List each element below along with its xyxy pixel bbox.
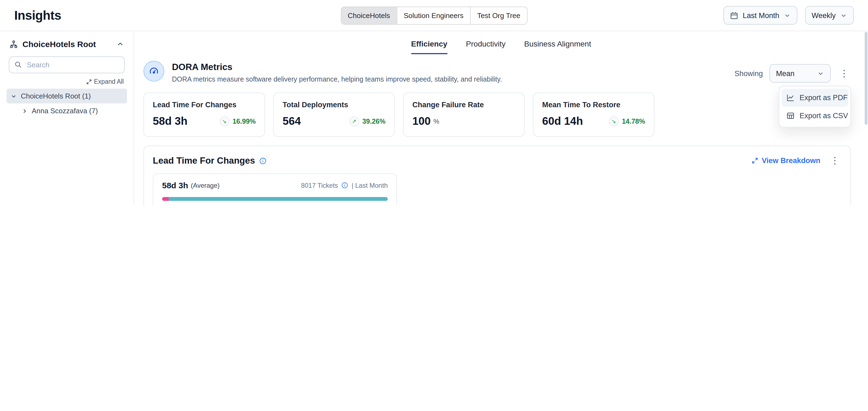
summary-card: 58d 3h (Average) 8017 Tickets | Last Mon… [153, 173, 397, 205]
sidebar-title: ChoiceHotels Root [23, 39, 112, 49]
card-label: Lead Time For Changes [153, 101, 256, 109]
dora-header: DORA Metrics DORA metrics measure softwa… [144, 61, 851, 83]
trend-down-icon: ↘ [219, 116, 229, 126]
table-icon [786, 112, 795, 120]
line-chart-icon [786, 94, 795, 102]
panel-title: Lead Time For Changes [153, 156, 255, 166]
info-icon[interactable] [341, 182, 348, 189]
dora-subtitle: DORA metrics measure software delivery p… [172, 75, 502, 83]
card-delta: ↘ 16.99% [219, 116, 256, 126]
card-unit: % [433, 117, 439, 125]
menu-item-export-pdf[interactable]: Export as PDF [781, 89, 848, 107]
view-breakdown-label: View Breakdown [762, 157, 820, 165]
aggregation-select[interactable]: Mean [769, 64, 831, 83]
view-breakdown-link[interactable]: View Breakdown [751, 157, 820, 165]
delta-percent: 39.26% [362, 117, 385, 125]
summary-meta: 8017 Tickets | Last Month [301, 181, 388, 189]
chevron-down-icon [840, 12, 847, 19]
tab-business-alignment[interactable]: Business Alignment [524, 39, 591, 54]
org-tab-test-org-tree[interactable]: Test Org Tree [470, 7, 527, 24]
dora-metrics-section: DORA Metrics DORA metrics measure softwa… [144, 61, 851, 137]
expand-all-button[interactable]: Expand All [10, 78, 124, 85]
sidebar-search [9, 56, 125, 73]
tree-item-label: ChoiceHotels Root (1) [21, 92, 91, 100]
card-value: 564 [283, 115, 301, 128]
phase-progress-bar [162, 197, 388, 201]
org-tab-solution-engineers[interactable]: Solution Engineers [397, 7, 470, 24]
aggregation-value: Mean [776, 69, 795, 77]
tab-productivity[interactable]: Productivity [466, 39, 506, 54]
panel-header: Lead Time For Changes View Breakdown ⋮ [153, 155, 842, 166]
trend-down-icon: ↘ [609, 116, 619, 126]
tree-item-anna-scozzafava[interactable]: Anna Scozzafava (7) [18, 103, 127, 118]
app-window: Insights ChoiceHotels Solution Engineers… [0, 0, 868, 205]
dora-kebab-menu-button[interactable]: ⋮ [837, 68, 851, 79]
card-change-failure-rate: Change Failure Rate 100 % [403, 93, 525, 137]
card-label: Change Failure Rate [412, 101, 515, 109]
metric-cards: Lead Time For Changes 58d 3h ↘ 16.99% To… [144, 93, 851, 137]
card-label: Total Deployments [283, 101, 385, 109]
main-content: Efficiency Productivity Business Alignme… [134, 31, 868, 205]
expand-arrows-icon [86, 78, 92, 84]
menu-item-export-csv[interactable]: Export as CSV [781, 107, 848, 125]
chevron-down-icon[interactable] [10, 93, 17, 99]
trend-up-icon: ↗ [349, 116, 359, 126]
sidebar-header: ChoiceHotels Root [7, 39, 127, 49]
dora-title: DORA Metrics [172, 62, 502, 72]
main-layout: ChoiceHotels Root Expand All ChoiceHo [0, 31, 868, 205]
chevron-down-icon [817, 70, 824, 77]
tickets-count: 8017 Tickets [301, 181, 338, 189]
content-area: DORA Metrics DORA metrics measure softwa… [134, 54, 868, 205]
card-total-deployments: Total Deployments 564 ↗ 39.26% [273, 93, 395, 137]
panel-actions: View Breakdown ⋮ [751, 155, 842, 166]
tree-item-label: Anna Scozzafava (7) [32, 107, 98, 115]
org-chart-icon [9, 40, 18, 48]
expand-all-label: Expand All [94, 78, 124, 85]
lead-time-panel: Lead Time For Changes View Breakdown ⋮ [144, 145, 851, 205]
summary-qualifier: (Average) [191, 181, 220, 189]
date-range-value: Last Month [743, 11, 779, 20]
view-tabs: Efficiency Productivity Business Alignme… [134, 31, 868, 54]
org-switcher: ChoiceHotels Solution Engineers Test Org… [341, 6, 527, 24]
card-label: Mean Time To Restore [542, 101, 645, 109]
top-bar: Insights ChoiceHotels Solution Engineers… [0, 0, 868, 31]
chevron-up-icon [116, 40, 124, 48]
menu-item-label: Export as PDF [800, 94, 848, 102]
granularity-select[interactable]: Weekly [805, 6, 854, 25]
card-delta: ↗ 39.26% [349, 116, 385, 126]
panel-kebab-menu-button[interactable]: ⋮ [828, 155, 842, 166]
info-icon[interactable] [259, 157, 267, 165]
search-input[interactable] [9, 56, 125, 73]
card-delta: ↘ 14.78% [609, 116, 645, 126]
card-lead-time-for-changes: Lead Time For Changes 58d 3h ↘ 16.99% [144, 93, 265, 137]
card-value: 100 [412, 115, 431, 128]
delta-percent: 16.99% [232, 117, 256, 125]
scrollbar[interactable] [865, 32, 867, 125]
tab-efficiency[interactable]: Efficiency [411, 39, 447, 54]
delta-percent: 14.78% [622, 117, 645, 125]
export-menu: Export as PDF Export as CSV [779, 86, 851, 128]
chevron-right-icon[interactable] [21, 107, 28, 114]
org-tab-choicehotels[interactable]: ChoiceHotels [341, 7, 397, 24]
tree-item-choicehotels-root[interactable]: ChoiceHotels Root (1) [7, 89, 127, 103]
org-tree-sidebar: ChoiceHotels Root Expand All ChoiceHo [0, 31, 134, 205]
page-title: Insights [14, 8, 61, 23]
summary-period: | Last Month [351, 181, 388, 189]
calendar-icon [730, 11, 738, 20]
expand-icon [751, 157, 758, 164]
dora-controls: Showing Mean ⋮ [734, 64, 851, 83]
progress-deployment-segment [169, 197, 388, 201]
card-value: 60d 14h [542, 115, 583, 128]
header-controls: Last Month Weekly [723, 6, 854, 25]
card-mean-time-to-restore: Mean Time To Restore 60d 14h ↘ 14.78% [533, 93, 654, 137]
dora-gauge-icon [144, 61, 164, 81]
showing-label: Showing [734, 69, 763, 77]
search-icon [14, 61, 22, 71]
date-range-select[interactable]: Last Month [723, 6, 797, 25]
dora-titles: DORA Metrics DORA metrics measure softwa… [172, 61, 502, 83]
chevron-down-icon [784, 12, 791, 19]
progress-planning-segment [162, 197, 169, 201]
granularity-value: Weekly [812, 11, 836, 20]
sidebar-collapse-button[interactable] [116, 40, 124, 48]
summary-value: 58d 3h [162, 181, 188, 190]
